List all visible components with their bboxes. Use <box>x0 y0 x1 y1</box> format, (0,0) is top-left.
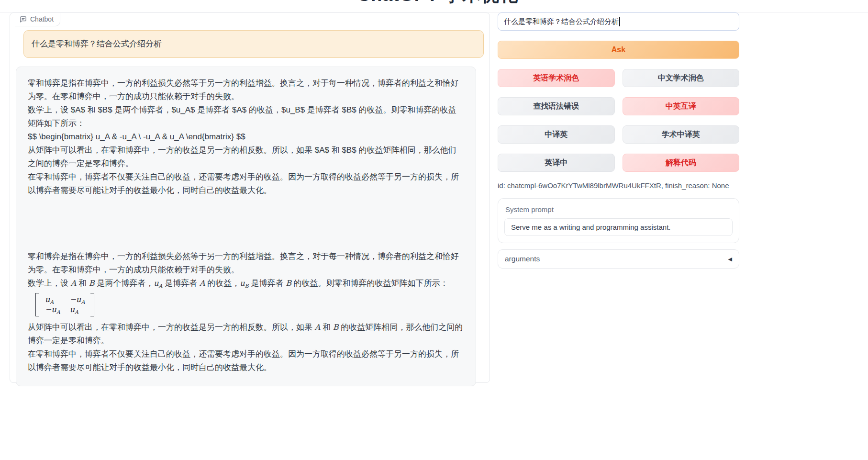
collapse-arrow-icon: ◀ <box>728 256 732 262</box>
matrix-left-bracket <box>35 293 39 316</box>
fn-button[interactable]: 查找语法错误 <box>498 97 615 115</box>
chatbot-label: Chatbot <box>15 13 60 26</box>
matrix-cell: −uA <box>70 295 85 304</box>
bot-answer-raw: 零和博弈是指在博弈中，一方的利益损失必然等于另一方的利益增益。换言之，对于每一种… <box>28 77 464 197</box>
function-button-grid: 英语学术润色中文学术润色查找语法错误中英互译中译英学术中译英英译中解释代码 <box>498 69 739 172</box>
controls-column: 什么是零和博弈？结合公式介绍分析 Ask 英语学术润色中文学术润色查找语法错误中… <box>498 12 739 269</box>
bot-raw-paragraph: 数学上，设 $A$ 和 $B$ 是两个博弈者，$u_A$ 是博弈者 $A$ 的收… <box>28 103 464 130</box>
bot-answer-rendered: 零和博弈是指在博弈中，一方的利益损失必然等于另一方的利益增益。换言之，对于每一种… <box>28 250 464 374</box>
fn-button[interactable]: 英语学术润色 <box>498 69 615 87</box>
fn-button[interactable]: 英译中 <box>498 154 615 172</box>
question-input[interactable]: 什么是零和博弈？结合公式介绍分析 <box>498 12 739 31</box>
matrix-cell: uA <box>70 305 85 314</box>
text-cursor <box>619 17 620 26</box>
arguments-accordion[interactable]: arguments ◀ <box>498 249 739 269</box>
completion-status-line: id: chatcmpl-6wOo7KrYTwMl89lbrMWRu4UkFFX… <box>498 181 739 190</box>
fn-button[interactable]: 学术中译英 <box>623 125 740 144</box>
bot-raw-paragraph: 从矩阵中可以看出，在零和博弈中，一方的收益是另一方的相反数。所以，如果 $A$ … <box>28 144 464 170</box>
bot-rendered-paragraph: 数学上，设 A 和 B 是两个博弈者，uA 是博弈者 A 的收益，uB 是博弈者… <box>28 277 464 290</box>
fn-button[interactable]: 中英互译 <box>623 97 740 115</box>
system-prompt-value: Serve me as a writing and programming as… <box>511 223 670 231</box>
system-prompt-label: System prompt <box>505 205 733 213</box>
chatbot-label-text: Chatbot <box>30 15 54 23</box>
bot-raw-latex-line: $$ \begin{bmatrix} u_A & -u_A \ -u_A & u… <box>28 130 464 144</box>
arguments-accordion-label: arguments <box>505 255 540 263</box>
system-prompt-card: System prompt Serve me as a writing and … <box>498 198 739 243</box>
bot-rendered-paragraph: 零和博弈是指在博弈中，一方的利益损失必然等于另一方的利益增益。换言之，对于每一种… <box>28 250 464 277</box>
question-input-value: 什么是零和博弈？结合公式介绍分析 <box>504 17 619 26</box>
chatbot-panel: Chatbot 什么是零和博弈？结合公式介绍分析 零和博弈是指在博弈中，一方的利… <box>10 12 490 383</box>
matrix-cell: uA <box>45 295 60 304</box>
bot-rendered-paragraph: 从矩阵中可以看出，在零和博弈中，一方的收益是另一方的相反数。所以，如果 A 和 … <box>28 321 464 348</box>
chat-bubble-icon <box>20 16 27 23</box>
user-message-text: 什么是零和博弈？结合公式介绍分析 <box>32 39 162 48</box>
message-version-gap <box>28 197 464 250</box>
system-prompt-input[interactable]: Serve me as a writing and programming as… <box>504 218 733 236</box>
title-clip: ChatGPT 学术优化 <box>0 0 868 4</box>
matrix-cell: −uA <box>45 305 60 314</box>
bot-raw-paragraph: 在零和博弈中，博弈者不仅要关注自己的收益，还需要考虑对手的收益。因为一方取得的收… <box>28 170 464 197</box>
bot-message-bubble: 零和博弈是指在博弈中，一方的利益损失必然等于另一方的利益增益。换言之，对于每一种… <box>16 67 476 386</box>
matrix-right-bracket <box>90 293 94 316</box>
fn-button[interactable]: 解释代码 <box>623 154 740 172</box>
chat-message-list: 什么是零和博弈？结合公式介绍分析 零和博弈是指在博弈中，一方的利益损失必然等于另… <box>10 13 490 393</box>
fn-button[interactable]: 中文学术润色 <box>623 69 740 87</box>
payoff-matrix: uA −uA −uA uA <box>35 293 94 316</box>
bot-rendered-paragraph: 在零和博弈中，博弈者不仅要关注自己的收益，还需要考虑对手的收益。因为一方取得的收… <box>28 348 464 374</box>
user-message-bubble: 什么是零和博弈？结合公式介绍分析 <box>23 30 484 58</box>
page-title: ChatGPT 学术优化 <box>0 0 868 4</box>
bot-raw-paragraph: 零和博弈是指在博弈中，一方的利益损失必然等于另一方的利益增益。换言之，对于每一种… <box>28 77 464 103</box>
matrix-cells: uA −uA −uA uA <box>39 293 90 316</box>
ask-button[interactable]: Ask <box>498 41 739 59</box>
fn-button[interactable]: 中译英 <box>498 125 615 144</box>
